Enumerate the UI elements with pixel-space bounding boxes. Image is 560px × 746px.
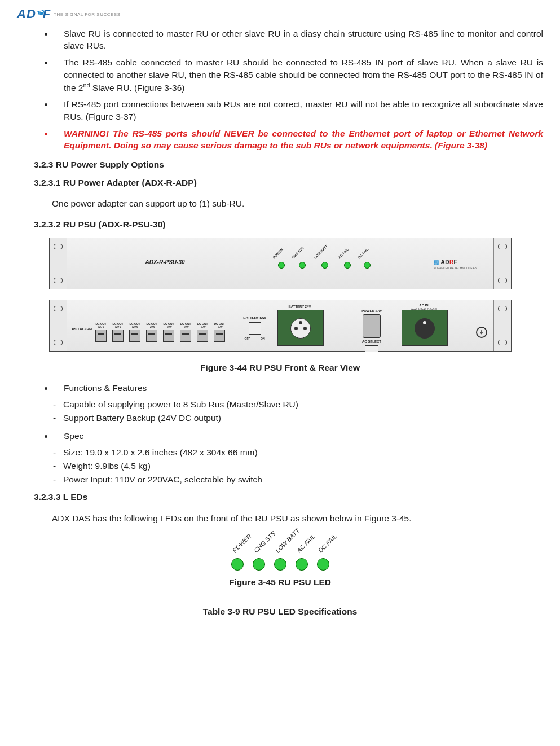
ac-select-label: AC SELECT <box>356 339 387 344</box>
brand-ad: AD <box>440 259 449 265</box>
adapter-text: One power adapter can support up to (1) … <box>52 198 543 210</box>
led-label: POWER <box>231 532 253 555</box>
led-lowbatt-icon <box>321 262 328 269</box>
led-label: AC FAIL <box>337 247 350 260</box>
logo-a: A <box>17 7 27 21</box>
rack-ear-left <box>50 238 67 289</box>
battery-sw-label: BATTERY S/W <box>241 315 269 320</box>
figure-3-44-caption: Figure 3-44 RU PSU Front & Rear View <box>17 362 543 374</box>
dcout-label: DC OUT +27V <box>213 323 227 328</box>
rack-ear-left <box>50 300 67 351</box>
battery-24v-label: BATTERY 24V <box>282 304 318 309</box>
off-label: OFF <box>245 337 250 341</box>
psu-front-panel: ADX-R-PSU-30 POWER CHG STS LOW BATT AC F… <box>49 238 512 289</box>
rs485-bullet-list: Slave RU is connected to master RU or ot… <box>17 28 543 152</box>
bullet-item: Slave RU is connected to master RU or ot… <box>54 28 543 52</box>
ac-in-title: AC IN <box>407 303 441 308</box>
list-item: Size: 19.0 x 12.0 x 2.6 inches (482 x 30… <box>63 446 543 459</box>
header-logo: AD༄F THE SIGNAL FOR SUCCESS <box>17 6 543 23</box>
section-3-2-3-1: 3.2.3.1 RU Power Adapter (ADX-R-ADP) <box>34 177 543 189</box>
leds-text: ADX DAS has the following LEDs on the fr… <box>52 512 543 525</box>
dcout-port-icon <box>112 330 124 342</box>
brand-r: R <box>449 259 454 265</box>
battery-switch: BATTERY S/W OFFON <box>241 315 269 341</box>
dcout-label: DC OUT +27V <box>111 323 125 328</box>
dcout-label: DC OUT +27V <box>196 323 210 328</box>
rack-hole <box>498 340 507 345</box>
ac-select-switch-icon <box>365 345 378 352</box>
psu-alarm-label: PSU ALARM <box>72 327 92 331</box>
model-label: ADX-R-PSU-30 <box>145 258 185 266</box>
dcout-label: DC OUT +27V <box>94 323 108 328</box>
logo-wave-icon: ༄ <box>36 7 43 21</box>
led-label: CHG STS <box>291 245 305 260</box>
rack-ear-right <box>493 300 511 351</box>
front-led-row: POWER CHG STS LOW BATT AC FAIL DC FAIL <box>275 255 374 269</box>
logo-tagline: THE SIGNAL FOR SUCCESS <box>54 11 120 17</box>
logo-text: AD༄F <box>17 6 51 23</box>
bullet-item: If RS-485 port connections between sub R… <box>54 98 543 122</box>
switch-icon <box>249 322 261 335</box>
dcout-port-icon <box>197 330 208 342</box>
logo-d: D <box>27 7 36 21</box>
led-chg-icon <box>299 262 306 269</box>
brand-icon: ▧ ADRF ADVANCED RF TECHNOLOGIES <box>434 258 477 270</box>
list-item: Weight: 9.9lbs (4.5 kg) <box>63 460 543 472</box>
brand-f: F <box>454 259 458 265</box>
rack-hole <box>54 306 63 311</box>
brand-box-icon: ▧ <box>434 259 440 265</box>
led-power-icon <box>278 262 285 269</box>
functions-items: Capable of supplying power to 8 Sub Rus … <box>17 398 543 424</box>
logo-f: F <box>43 7 51 21</box>
led-label: CHG STS <box>252 529 277 555</box>
dcout-label: DC OUT +27V <box>145 323 159 328</box>
warning-bullet: WARNING! The RS-485 ports should NEVER b… <box>54 128 543 152</box>
section-3-2-3-3: 3.2.3.3 L EDs <box>34 491 543 503</box>
psu-figure: ADX-R-PSU-30 POWER CHG STS LOW BATT AC F… <box>49 238 512 352</box>
on-label: ON <box>261 337 265 341</box>
rack-hole <box>498 278 507 283</box>
dcout-label: DC OUT +27V <box>128 323 142 328</box>
figure-3-45-caption: Figure 3-45 RU PSU LED <box>17 576 543 589</box>
led-lowbatt-icon <box>274 558 286 571</box>
functions-list: Functions & Features <box>17 382 543 394</box>
led-dcfail-icon <box>317 558 329 571</box>
power-switch-icon <box>363 314 381 338</box>
led-label: POWER <box>272 247 284 260</box>
led-dcfail-icon <box>364 262 371 269</box>
led-figure: POWER CHG STS LOW BATT AC FAIL DC FAIL <box>207 534 354 571</box>
led-label: LOW BATT <box>313 244 329 260</box>
psu-rear-panel: PSU ALARM DC OUT +27V DC OUT +27V DC OUT… <box>49 300 512 352</box>
dcout-port-icon <box>163 330 174 342</box>
dcout-port-icon <box>95 330 107 342</box>
bullet-item: The RS-485 cable connected to master RU … <box>54 56 543 94</box>
list-item: Power Input: 110V or 220VAC, selectable … <box>63 473 543 486</box>
rack-hole <box>54 340 63 345</box>
section-3-2-3-2: 3.2.3.2 RU PSU (ADX-R-PSU-30) <box>34 218 543 231</box>
brand-sub: ADVANCED RF TECHNOLOGIES <box>434 266 477 270</box>
dcout-port-icon <box>214 330 225 342</box>
ground-icon: ⏚ <box>476 327 487 338</box>
functions-header: Functions & Features <box>54 382 543 394</box>
rack-hole <box>498 306 507 311</box>
dcout-label: DC OUT +27V <box>162 323 176 328</box>
dcout-port-icon <box>180 330 191 342</box>
list-item: Support Battery Backup (24V DC output) <box>63 412 543 424</box>
dcout-port-icon <box>146 330 157 342</box>
rack-hole <box>54 278 63 283</box>
led-chg-icon <box>253 558 265 571</box>
led-label: DC FAIL <box>316 532 339 555</box>
rack-ear-right <box>493 238 511 289</box>
rack-hole <box>498 244 507 249</box>
table-3-9-caption: Table 3-9 RU PSU LED Specifications <box>17 605 543 618</box>
power-switch: POWER S/W AC SELECT <box>356 309 387 353</box>
list-item: Capable of supplying power to 8 Sub Rus … <box>63 398 543 411</box>
led-acfail-icon <box>344 262 351 269</box>
led-label: DC FAIL <box>357 247 369 260</box>
led-power-icon <box>231 558 244 571</box>
section-3-2-3: 3.2.3 RU Power Supply Options <box>34 159 543 171</box>
ac-in-connector-icon <box>402 310 448 346</box>
battery-connector-icon <box>277 310 324 346</box>
dcout-label: DC OUT +27V <box>179 323 193 328</box>
rack-hole <box>54 244 63 249</box>
